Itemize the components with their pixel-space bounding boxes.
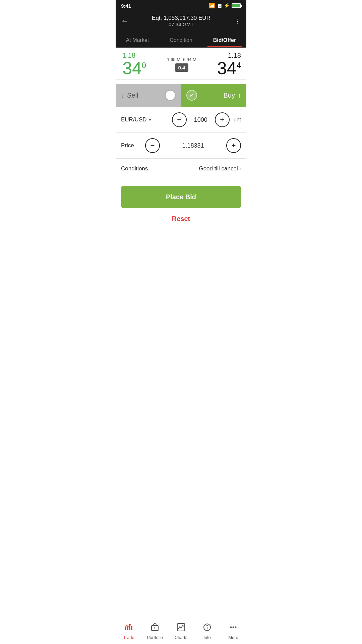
conditions-row[interactable]: Conditions Good till cancel › — [116, 159, 246, 179]
tab-bid-offer[interactable]: Bid/Offer — [203, 33, 246, 47]
bid-price: 1.18 340 — [116, 52, 164, 77]
nav-more[interactable]: More — [220, 623, 246, 640]
back-button[interactable]: ← — [121, 17, 128, 25]
header-info: Eqt: 1,053,017.30 EUR 07:34 GMT — [128, 15, 234, 27]
trade-icon — [124, 623, 133, 634]
price-field-label: Price — [121, 142, 141, 149]
bottom-nav: Trade Portfolio Charts — [116, 620, 246, 644]
bid-price-main: 340 — [122, 59, 164, 77]
currency-pair-value: EUR/USD — [121, 116, 147, 123]
status-icons: 📶 🖥 ⚡ — [209, 3, 241, 9]
status-bar: 9:41 📶 🖥 ⚡ — [116, 0, 246, 11]
bolt-icon: ⚡ — [224, 3, 230, 9]
price-field-value: 1.18331 — [164, 142, 222, 149]
equity-value: Eqt: 1,053,017.30 EUR — [128, 15, 234, 21]
portfolio-icon — [150, 623, 159, 634]
svg-point-10 — [207, 625, 207, 626]
buy-arrow-icon — [238, 92, 241, 99]
spread-right: 6.94 M — [183, 57, 196, 62]
trade-toggle: Sell Buy — [116, 84, 246, 107]
offer-price: 1.18 344 — [199, 52, 246, 77]
tab-at-market[interactable]: At Market — [116, 33, 159, 47]
sell-radio — [165, 90, 176, 101]
more-icon — [229, 623, 238, 634]
currency-quantity-row: EUR/USD ▼ − 1000 + unt — [116, 107, 246, 133]
nav-trade[interactable]: Trade — [116, 623, 142, 640]
tabs: At Market Condition Bid/Offer — [116, 33, 246, 48]
buy-button[interactable]: Buy — [181, 84, 246, 107]
svg-rect-7 — [177, 624, 185, 631]
place-bid-button[interactable]: Place Bid — [121, 186, 241, 208]
currency-dropdown-icon: ▼ — [148, 117, 152, 122]
conditions-value-container: Good till cancel › — [199, 165, 241, 172]
sell-label: Sell — [127, 92, 138, 99]
spread-value: 0.4 — [175, 63, 189, 72]
nav-info-label: Info — [203, 635, 211, 640]
tab-condition[interactable]: Condition — [159, 33, 203, 47]
svg-point-11 — [230, 627, 232, 628]
nav-trade-label: Trade — [123, 635, 134, 640]
checkmark-icon — [189, 92, 194, 99]
quantity-control: − 1000 + unt — [155, 112, 241, 127]
spread-left: 1.65 M — [167, 57, 180, 62]
sim-icon: 🖥 — [217, 3, 222, 9]
quantity-increase-button[interactable]: + — [215, 112, 230, 127]
price-row: Price − 1.18331 + — [116, 133, 246, 159]
price-section: 1.18 340 1.65 M 6.94 M 0.4 1.18 344 — [116, 48, 246, 80]
header-time: 07:34 GMT — [128, 21, 234, 27]
nav-info[interactable]: Info — [194, 623, 220, 640]
nav-charts[interactable]: Charts — [168, 623, 194, 640]
spread: 1.65 M 6.94 M 0.4 — [164, 57, 199, 72]
nav-portfolio-label: Portfolio — [147, 635, 163, 640]
order-form: EUR/USD ▼ − 1000 + unt Price − 1.18331 +… — [116, 107, 246, 179]
reset-button[interactable]: Reset — [116, 208, 246, 229]
spread-volumes: 1.65 M 6.94 M — [167, 57, 196, 62]
conditions-label: Conditions — [121, 165, 148, 172]
charts-icon — [177, 623, 185, 634]
conditions-chevron-icon: › — [239, 166, 241, 172]
more-menu-button[interactable]: ⋮ — [234, 17, 241, 25]
svg-rect-3 — [131, 626, 132, 630]
currency-pair-selector[interactable]: EUR/USD ▼ — [121, 116, 152, 123]
battery-icon — [232, 3, 241, 8]
unit-label: unt — [234, 117, 241, 123]
nav-charts-label: Charts — [175, 635, 187, 640]
svg-point-12 — [233, 627, 234, 628]
quantity-value: 1000 — [191, 116, 211, 123]
info-icon — [203, 623, 212, 634]
buy-check-icon — [186, 90, 197, 101]
wifi-icon: 📶 — [209, 3, 215, 9]
nav-portfolio[interactable]: Portfolio — [142, 623, 168, 640]
offer-price-main: 344 — [199, 59, 241, 77]
conditions-value: Good till cancel — [199, 165, 238, 172]
nav-more-label: More — [228, 635, 238, 640]
svg-point-13 — [235, 627, 237, 628]
quantity-decrease-button[interactable]: − — [172, 112, 187, 127]
header: ← Eqt: 1,053,017.30 EUR 07:34 GMT ⋮ — [116, 11, 246, 33]
sell-button[interactable]: Sell — [116, 84, 181, 107]
buy-label: Buy — [224, 92, 235, 99]
status-time: 9:41 — [121, 3, 131, 9]
price-increase-button[interactable]: + — [226, 138, 241, 153]
price-decrease-button[interactable]: − — [145, 138, 160, 153]
sell-arrow-icon — [121, 92, 124, 99]
